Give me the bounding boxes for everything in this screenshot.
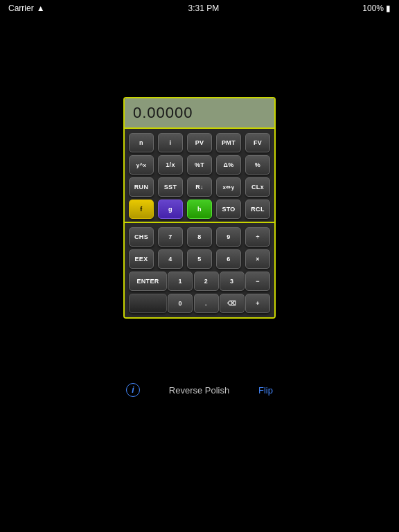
key-run[interactable]: RUN — [129, 177, 154, 197]
upper-row-3: RUN SST R↓ x⇔y CLx — [129, 177, 270, 197]
calculator-display: 0.00000 — [125, 98, 274, 129]
key-g[interactable]: g — [158, 200, 183, 219]
upper-keypad: n i PV PMT FV y^x 1/x %T Δ% % RUN SST R↓… — [125, 129, 274, 223]
key-enter-lower[interactable] — [129, 294, 167, 313]
key-xy[interactable]: x⇔y — [216, 177, 241, 197]
battery-indicator: 100% ▮ — [362, 3, 391, 13]
key-enter[interactable]: ENTER — [129, 272, 167, 291]
key-delta-pct[interactable]: Δ% — [216, 155, 241, 175]
bottom-label: Reverse Polish — [169, 385, 229, 396]
calculator: 0.00000 n i PV PMT FV y^x 1/x %T Δ% % RU — [123, 97, 276, 319]
carrier-text: Carrier — [8, 3, 34, 13]
key-clx[interactable]: CLx — [245, 177, 270, 197]
battery-icon: ▮ — [386, 3, 391, 13]
key-1x[interactable]: 1/x — [158, 155, 183, 175]
key-eex[interactable]: EEX — [129, 249, 154, 269]
lower-row-3: ENTER 1 2 3 − — [129, 272, 270, 291]
wifi-icon: ▲ — [37, 3, 45, 13]
info-icon-text: i — [132, 385, 134, 395]
key-rcl[interactable]: RCL — [245, 200, 270, 219]
info-button[interactable]: i — [126, 383, 140, 397]
upper-row-2: y^x 1/x %T Δ% % — [129, 155, 270, 175]
flip-button[interactable]: Flip — [258, 385, 273, 396]
display-value: 0.00000 — [133, 104, 193, 122]
status-bar: Carrier ▲ 3:31 PM 100% ▮ — [0, 0, 399, 17]
key-backspace[interactable]: ⌫ — [220, 294, 245, 313]
key-1[interactable]: 1 — [168, 272, 193, 291]
lower-row-2: EEX 4 5 6 × — [129, 249, 270, 269]
key-dot[interactable]: . — [194, 294, 219, 313]
key-6[interactable]: 6 — [216, 249, 241, 269]
key-sub[interactable]: − — [245, 272, 270, 291]
key-yx[interactable]: y^x — [129, 155, 154, 175]
key-mul[interactable]: × — [245, 249, 270, 269]
key-pct[interactable]: %T — [187, 155, 212, 175]
carrier-signal: Carrier ▲ — [8, 3, 45, 13]
key-i[interactable]: i — [158, 133, 183, 152]
key-n[interactable]: n — [129, 133, 154, 152]
key-sst[interactable]: SST — [158, 177, 183, 197]
key-2[interactable]: 2 — [194, 272, 219, 291]
battery-text: 100% — [362, 3, 384, 13]
key-f[interactable]: f — [129, 200, 154, 219]
key-sto[interactable]: STO — [216, 200, 241, 219]
key-7[interactable]: 7 — [158, 227, 183, 247]
key-add[interactable]: + — [245, 294, 270, 313]
key-chs[interactable]: CHS — [129, 227, 154, 247]
upper-row-4: f g h STO RCL — [129, 200, 270, 219]
lower-row-4: 0 . ⌫ + — [129, 294, 270, 313]
key-3[interactable]: 3 — [220, 272, 245, 291]
key-9[interactable]: 9 — [216, 227, 241, 247]
key-pmt[interactable]: PMT — [216, 133, 241, 152]
key-div[interactable]: ÷ — [245, 227, 270, 247]
status-time: 3:31 PM — [188, 3, 220, 13]
key-0[interactable]: 0 — [168, 294, 193, 313]
key-4[interactable]: 4 — [158, 249, 183, 269]
bottom-bar: i Reverse Polish Flip — [123, 383, 276, 397]
upper-row-1: n i PV PMT FV — [129, 133, 270, 152]
key-5[interactable]: 5 — [187, 249, 212, 269]
lower-keypad: CHS 7 8 9 ÷ EEX 4 5 6 × ENTER 1 2 3 − — [125, 223, 274, 317]
lower-row-1: CHS 7 8 9 ÷ — [129, 227, 270, 247]
key-8[interactable]: 8 — [187, 227, 212, 247]
key-fv[interactable]: FV — [245, 133, 270, 152]
calculator-wrapper: 0.00000 n i PV PMT FV y^x 1/x %T Δ% % RU — [123, 97, 276, 319]
key-percent[interactable]: % — [245, 155, 270, 175]
key-pv[interactable]: PV — [187, 133, 212, 152]
key-h[interactable]: h — [187, 200, 212, 219]
key-rdn[interactable]: R↓ — [187, 177, 212, 197]
